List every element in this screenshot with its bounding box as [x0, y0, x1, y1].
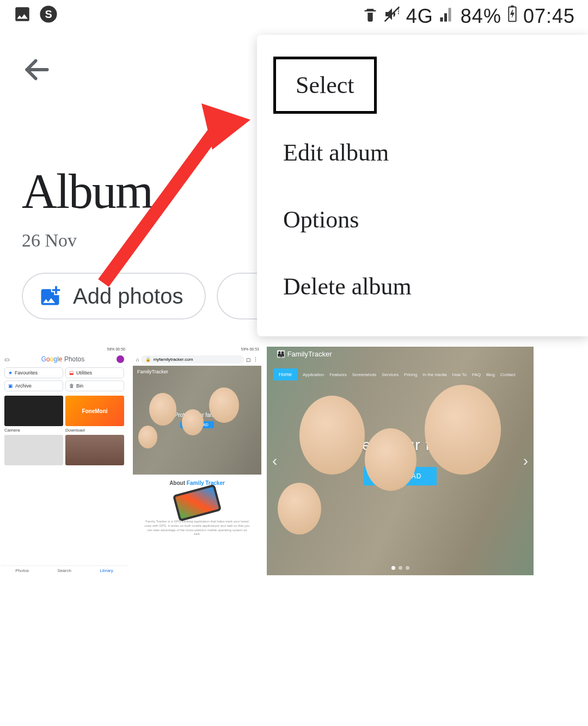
svg-rect-4 [511, 5, 513, 7]
phone-illustration [173, 484, 222, 521]
chip-archive: ▣Archive [4, 380, 63, 391]
battery-charging-icon [507, 5, 518, 28]
status-left-icons: S [13, 5, 58, 28]
battery-percent: 84% [461, 5, 501, 28]
thumb1-status: 58% 06:50 [1, 347, 127, 353]
thumb2-hero: FamilyTracker Protect your family DOWNLO… [133, 366, 261, 475]
back-button[interactable] [22, 54, 54, 87]
menu-item-edit-album[interactable]: Edit album [257, 119, 588, 186]
photo-grid: 58% 06:50 ▭ Google Photos ★Favourites ⬓U… [0, 347, 588, 575]
album-download: FoneMoni [65, 396, 124, 426]
thumb-sq-1 [4, 435, 63, 465]
menu-item-delete-album[interactable]: Delete album [257, 253, 588, 320]
album-camera [4, 396, 63, 426]
vibrate-icon [383, 5, 401, 28]
more-icon: ⋮ [253, 357, 258, 362]
signal-icon [439, 5, 455, 28]
overflow-menu: Select Edit album Options Delete album [257, 35, 588, 336]
status-right: 4G 84% 07:45 [363, 5, 575, 28]
thumb3-brand: 👨‍👩‍👧 FamilyTracker [277, 350, 332, 358]
thumb-sq-2 [65, 435, 124, 465]
add-photos-label: Add photos [73, 284, 183, 309]
google-photos-logo: Google Photos [41, 355, 84, 363]
clock: 07:45 [523, 5, 575, 28]
photo-thumbnail-2[interactable]: 59% 06:53 ⌂ 🔒myfamilytracker.com ▢ ⋮ Fam… [133, 347, 261, 575]
carousel-next-icon: › [523, 452, 528, 470]
thumb2-status: 59% 06:53 [133, 347, 261, 353]
hamburger-icon: ▭ [4, 356, 9, 362]
home-icon: ⌂ [136, 357, 139, 362]
thumb2-urlbar: ⌂ 🔒myfamilytracker.com ▢ ⋮ [133, 353, 261, 366]
carousel-dots [391, 566, 409, 570]
carousel-prev-icon: ‹ [272, 452, 277, 470]
photo-thumbnail-3[interactable]: 👨‍👩‍👧 FamilyTracker Home Application Fea… [267, 347, 534, 575]
skype-icon: S [39, 5, 58, 28]
chip-favourites: ★Favourites [4, 367, 63, 378]
status-bar: S 4G 84% 07:45 [0, 0, 588, 33]
add-photos-button[interactable]: Add photos [22, 273, 206, 319]
svg-text:S: S [45, 8, 52, 20]
thumb1-bottom-nav: Photos Search Library [1, 565, 127, 575]
network-type: 4G [406, 5, 433, 28]
photo-thumbnail-1[interactable]: 58% 06:50 ▭ Google Photos ★Favourites ⬓U… [1, 347, 127, 575]
tabs-icon: ▢ [246, 357, 251, 362]
recycle-icon [363, 5, 378, 28]
menu-item-options[interactable]: Options [257, 186, 588, 253]
lock-icon: 🔒 [145, 357, 151, 362]
menu-item-select[interactable]: Select [273, 57, 377, 114]
thumb3-nav: Home Application Features Screenshots Se… [267, 364, 534, 385]
avatar-icon [117, 355, 124, 363]
gallery-icon [13, 5, 32, 28]
chip-utilities: ⬓Utilities [65, 367, 124, 378]
thumb2-about: About Family Tracker Family Tracker is a… [133, 475, 261, 542]
chip-bin: 🗑Bin [65, 380, 124, 391]
